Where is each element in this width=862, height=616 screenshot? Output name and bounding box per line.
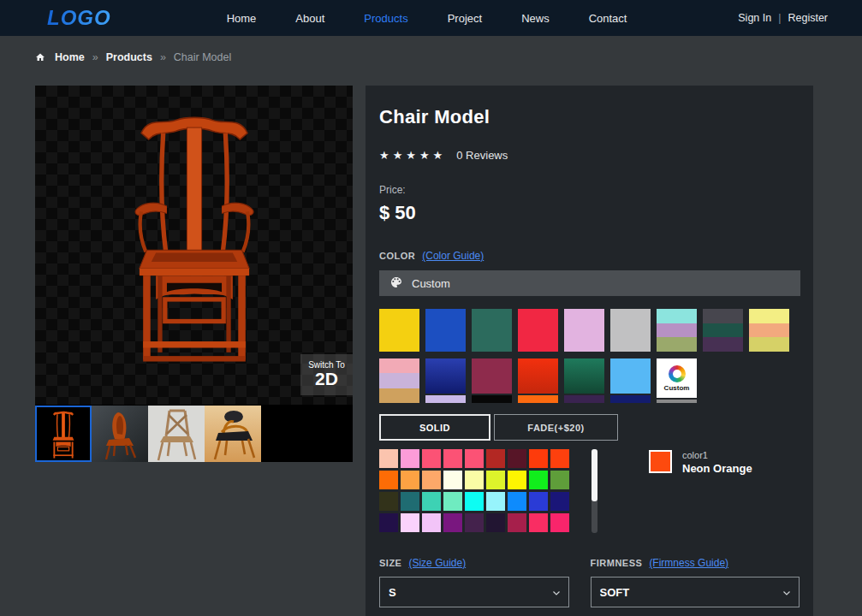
palette-color[interactable]: [422, 513, 441, 532]
palette-color[interactable]: [465, 513, 484, 532]
palette-color[interactable]: [401, 449, 419, 468]
viewer-stage[interactable]: Switch To 2D: [35, 86, 353, 405]
palette-color[interactable]: [443, 471, 462, 489]
top-nav: LOGO Home About Products Project News Co…: [0, 0, 862, 36]
fabric-swatch[interactable]: [749, 309, 789, 352]
palette-color[interactable]: [443, 492, 462, 511]
breadcrumb-products[interactable]: Products: [106, 51, 152, 63]
fabric-swatch-fade[interactable]: [518, 358, 558, 403]
palette-color[interactable]: [508, 513, 526, 532]
palette-color[interactable]: [550, 449, 569, 468]
palette-icon: [389, 275, 403, 292]
color-guide-link[interactable]: (Color Guide): [422, 250, 484, 262]
thumbnail-wood-chair-photo[interactable]: [92, 406, 148, 462]
palette-color[interactable]: [379, 492, 398, 511]
palette-color[interactable]: [529, 492, 548, 511]
fabric-swatch[interactable]: [610, 309, 651, 352]
thumbnail-black-seat-chair-photo[interactable]: [205, 406, 261, 462]
thumbnail-3d-chair[interactable]: [35, 406, 92, 462]
palette-color[interactable]: [379, 471, 398, 489]
fabric-swatch-fade[interactable]: [564, 358, 604, 403]
palette-color[interactable]: [465, 471, 484, 489]
breadcrumb-home[interactable]: Home: [55, 51, 85, 63]
nav-item-about[interactable]: About: [295, 12, 324, 25]
custom-color-dropdown[interactable]: Custom: [379, 270, 800, 296]
palette-color[interactable]: [529, 513, 548, 532]
product-details-panel: Chair Model ★★★★★ 0 Reviews Price: $ 50 …: [366, 86, 813, 616]
color-wheel-icon: [669, 365, 686, 382]
palette-color[interactable]: [401, 513, 419, 532]
palette-scrollbar-thumb[interactable]: [592, 449, 597, 501]
fabric-swatch[interactable]: [472, 309, 512, 352]
firmness-select[interactable]: SOFT: [591, 577, 800, 607]
palette-color[interactable]: [401, 471, 419, 489]
palette-color[interactable]: [379, 513, 398, 532]
palette-grid: [379, 449, 569, 533]
palette-color[interactable]: [508, 492, 526, 511]
fabric-swatch[interactable]: [518, 309, 558, 352]
palette-color[interactable]: [422, 492, 441, 511]
palette-color[interactable]: [443, 449, 462, 468]
palette-color[interactable]: [465, 492, 484, 511]
fabric-swatch[interactable]: [703, 309, 743, 352]
palette-color[interactable]: [529, 449, 548, 468]
firmness-guide-link[interactable]: (Firmness Guide): [649, 557, 728, 569]
fabric-swatch-fade[interactable]: [379, 358, 419, 403]
switch-label-big: 2D: [315, 370, 338, 388]
home-icon: [35, 52, 45, 62]
thumbnail-strip: [35, 405, 353, 462]
breadcrumb-separator: »: [160, 51, 166, 63]
nav-item-news[interactable]: News: [521, 12, 550, 25]
palette-color[interactable]: [486, 513, 505, 532]
palette-scrollbar[interactable]: [592, 449, 597, 533]
palette-color[interactable]: [486, 449, 505, 468]
palette-color[interactable]: [529, 471, 548, 489]
palette-color[interactable]: [508, 471, 526, 489]
palette-color[interactable]: [508, 449, 526, 468]
custom-dropdown-label: Custom: [412, 277, 450, 290]
palette-color[interactable]: [550, 471, 569, 489]
palette-color[interactable]: [486, 492, 505, 511]
nav-item-project[interactable]: Project: [448, 12, 482, 25]
palette-color[interactable]: [486, 471, 505, 489]
nav-item-contact[interactable]: Contact: [589, 12, 627, 25]
fabric-swatch[interactable]: [564, 309, 604, 352]
auth-links: Sign In | Register: [738, 12, 828, 24]
firmness-section-label: FIRMNESS: [591, 558, 643, 568]
nav-item-products[interactable]: Products: [364, 12, 407, 25]
palette-color[interactable]: [401, 492, 419, 511]
review-count[interactable]: 0 Reviews: [456, 149, 508, 162]
custom-picker-swatch[interactable]: Custom: [657, 358, 697, 403]
breadcrumb-separator: »: [92, 51, 98, 63]
fabric-swatch-fade[interactable]: [425, 358, 466, 403]
fabric-swatch[interactable]: [379, 309, 419, 352]
swatch-row-2: Custom: [379, 358, 800, 403]
palette-color[interactable]: [422, 471, 441, 489]
fabric-swatch[interactable]: [425, 309, 466, 352]
palette-color[interactable]: [550, 513, 569, 532]
auth-separator: |: [778, 12, 781, 24]
register-link[interactable]: Register: [788, 12, 828, 24]
thumbnail-crossback-chair-photo[interactable]: [148, 406, 205, 462]
palette-color[interactable]: [550, 492, 569, 511]
fabric-swatch-fade[interactable]: [610, 358, 651, 403]
palette-color[interactable]: [379, 449, 398, 468]
product-title: Chair Model: [379, 106, 800, 128]
nav-item-home[interactable]: Home: [227, 12, 257, 25]
product-viewer: Switch To 2D: [35, 86, 353, 462]
fabric-swatch-fade[interactable]: [472, 358, 512, 403]
palette-color[interactable]: [443, 513, 462, 532]
swatch-row-1: [379, 309, 800, 352]
solid-mode-button[interactable]: SOLID: [379, 414, 490, 441]
sign-in-link[interactable]: Sign In: [738, 12, 771, 24]
palette-color[interactable]: [422, 449, 441, 468]
palette-color[interactable]: [465, 449, 484, 468]
selected-color-swatch: [649, 450, 672, 473]
star-rating-icons[interactable]: ★★★★★: [379, 149, 446, 162]
size-guide-link[interactable]: (Size Guide): [408, 557, 466, 569]
logo[interactable]: LOGO: [47, 6, 111, 30]
size-select[interactable]: S: [379, 577, 569, 607]
fade-mode-button[interactable]: FADE(+$20): [494, 414, 618, 441]
fabric-swatch[interactable]: [657, 309, 697, 352]
switch-to-2d-button[interactable]: Switch To 2D: [300, 354, 353, 395]
